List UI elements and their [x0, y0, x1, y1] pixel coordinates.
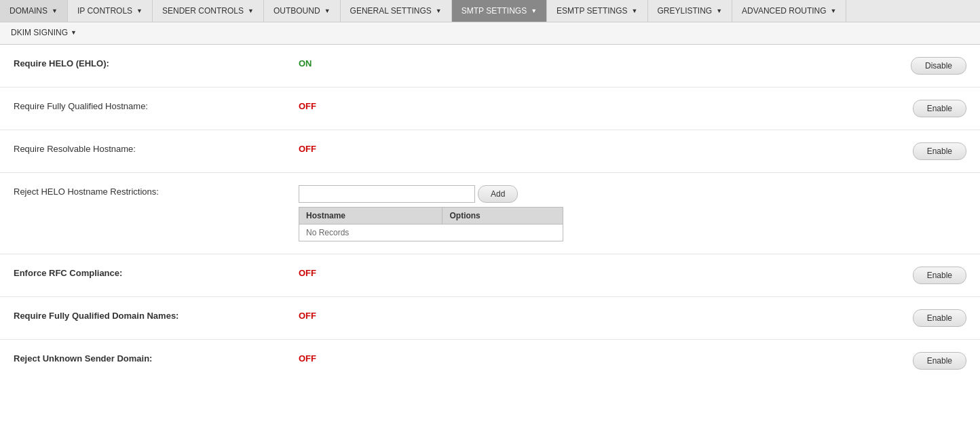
setting-row-require-fqhn: Require Fully Qualified Hostname: OFF En… — [0, 87, 980, 130]
setting-action-require-resolvable: Enable — [913, 142, 966, 160]
caret-icon-ip-controls: ▼ — [136, 7, 143, 14]
nav-item-general-settings[interactable]: GENERAL SETTINGS ▼ — [341, 0, 452, 22]
caret-icon-sender-controls: ▼ — [248, 7, 254, 14]
caret-icon-general-settings: ▼ — [436, 7, 442, 14]
caret-icon-advanced-routing: ▼ — [831, 7, 837, 14]
setting-value-require-helo: ON — [299, 57, 380, 69]
nav-label-greylisting: GREYLISTING — [658, 6, 713, 16]
enable-button-require-fqdn[interactable]: Enable — [913, 309, 966, 327]
setting-row-reject-helo: Reject HELO Hostname Restrictions: Add H… — [0, 173, 980, 254]
col-header-hostname: Hostname — [299, 208, 442, 224]
setting-label-require-resolvable: Require Resolvable Hostname: — [14, 142, 299, 154]
nav-label-esmtp-settings: ESMTP SETTINGS — [557, 6, 627, 16]
setting-value-enforce-rfc: OFF — [299, 267, 380, 278]
hostname-table: Hostname Options No Records — [299, 207, 563, 241]
setting-action-reject-unknown-sender: Enable — [913, 352, 966, 370]
setting-row-reject-unknown-sender: Reject Unknown Sender Domain: OFF Enable — [0, 340, 980, 382]
subnav-label-dkim-signing: DKIM SIGNING — [11, 28, 68, 37]
nav-item-greylisting[interactable]: GREYLISTING ▼ — [648, 0, 733, 22]
setting-action-enforce-rfc: Enable — [913, 267, 966, 284]
nav-item-ip-controls[interactable]: IP CONTROLS ▼ — [68, 0, 153, 22]
enable-button-enforce-rfc[interactable]: Enable — [913, 267, 966, 284]
enable-button-reject-unknown-sender[interactable]: Enable — [913, 352, 966, 370]
caret-icon-domains: ▼ — [52, 7, 58, 14]
subnav-item-dkim-signing[interactable]: DKIM SIGNING ▼ — [3, 22, 85, 44]
setting-label-require-helo: Require HELO (EHLO): — [14, 57, 299, 69]
setting-row-require-resolvable: Require Resolvable Hostname: OFF Enable — [0, 130, 980, 173]
setting-row-enforce-rfc: Enforce RFC Compliance: OFF Enable — [0, 254, 980, 297]
nav-label-ip-controls: IP CONTROLS — [77, 6, 132, 16]
nav-label-sender-controls: SENDER CONTROLS — [162, 6, 244, 16]
table-row-no-records: No Records — [299, 224, 563, 241]
nav-label-smtp-settings: SMTP SETTINGS — [461, 6, 527, 16]
nav-label-domains: DOMAINS — [10, 6, 48, 16]
setting-action-require-fqhn: Enable — [913, 100, 966, 117]
nav-item-advanced-routing[interactable]: ADVANCED ROUTING ▼ — [732, 0, 846, 22]
col-header-options: Options — [442, 208, 563, 224]
main-content: Require HELO (EHLO): ON Disable Require … — [0, 45, 980, 382]
caret-icon-greylisting: ▼ — [716, 7, 722, 14]
caret-icon-outbound: ▼ — [324, 7, 331, 14]
setting-value-require-fqhn: OFF — [299, 100, 380, 111]
setting-label-enforce-rfc: Enforce RFC Compliance: — [14, 267, 299, 278]
sub-nav: DKIM SIGNING ▼ — [0, 22, 980, 45]
hostname-input[interactable] — [299, 185, 475, 203]
setting-label-reject-helo: Reject HELO Hostname Restrictions: — [14, 185, 299, 197]
nav-label-advanced-routing: ADVANCED ROUTING — [742, 6, 826, 16]
enable-button-require-fqhn[interactable]: Enable — [913, 100, 966, 117]
nav-item-smtp-settings[interactable]: SMTP SETTINGS ▼ — [452, 0, 547, 22]
caret-icon-smtp-settings: ▼ — [531, 7, 537, 14]
nav-item-esmtp-settings[interactable]: ESMTP SETTINGS ▼ — [547, 0, 647, 22]
enable-button-require-resolvable[interactable]: Enable — [913, 142, 966, 160]
setting-row-require-helo: Require HELO (EHLO): ON Disable — [0, 45, 980, 87]
hostname-section: Add Hostname Options No Records — [299, 185, 563, 241]
setting-value-require-fqdn: OFF — [299, 309, 380, 321]
nav-item-sender-controls[interactable]: SENDER CONTROLS ▼ — [153, 0, 264, 22]
setting-value-require-resolvable: OFF — [299, 142, 380, 154]
setting-value-reject-unknown-sender: OFF — [299, 352, 380, 364]
setting-action-require-helo: Disable — [911, 57, 966, 75]
setting-label-reject-unknown-sender: Reject Unknown Sender Domain: — [14, 352, 299, 364]
add-hostname-button[interactable]: Add — [478, 185, 518, 203]
setting-label-require-fqdn: Require Fully Qualified Domain Names: — [14, 309, 299, 321]
top-nav: DOMAINS ▼ IP CONTROLS ▼ SENDER CONTROLS … — [0, 0, 980, 22]
caret-icon-esmtp-settings: ▼ — [632, 7, 638, 14]
setting-action-require-fqdn: Enable — [913, 309, 966, 327]
no-records-cell: No Records — [299, 224, 563, 241]
nav-item-outbound[interactable]: OUTBOUND ▼ — [264, 0, 341, 22]
nav-label-general-settings: GENERAL SETTINGS — [350, 6, 432, 16]
setting-row-require-fqdn: Require Fully Qualified Domain Names: OF… — [0, 297, 980, 340]
hostname-input-row: Add — [299, 185, 563, 203]
setting-label-require-fqhn: Require Fully Qualified Hostname: — [14, 100, 299, 111]
subnav-caret-dkim-signing: ▼ — [71, 29, 77, 36]
nav-item-domains[interactable]: DOMAINS ▼ — [0, 0, 68, 22]
nav-label-outbound: OUTBOUND — [274, 6, 320, 16]
disable-button-require-helo[interactable]: Disable — [911, 57, 966, 75]
